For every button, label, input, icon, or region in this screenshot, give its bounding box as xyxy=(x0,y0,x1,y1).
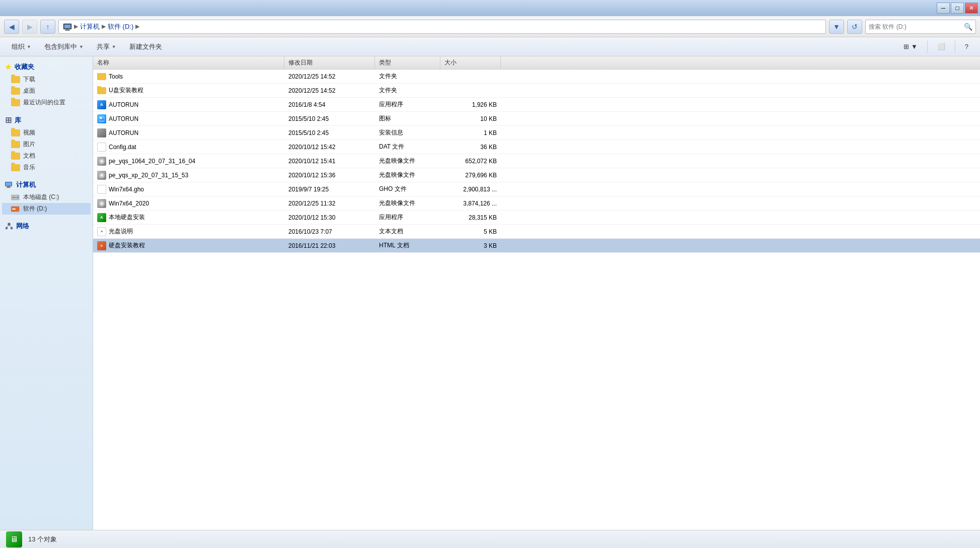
file-row[interactable]: U盘安装教程 2020/12/25 14:52 文件夹 xyxy=(93,84,980,98)
svg-point-14 xyxy=(8,223,11,226)
file-row[interactable]: pe_yqs_1064_20_07_31_16_04 2020/10/12 15… xyxy=(93,154,980,168)
svg-rect-3 xyxy=(65,30,70,31)
file-name-cell: Win7x64_2020 xyxy=(93,199,284,208)
forward-button[interactable]: ▶ xyxy=(22,20,37,34)
svg-point-26 xyxy=(101,202,103,204)
breadcrumb-drive[interactable]: 软件 (D:) xyxy=(108,22,133,31)
help-button[interactable]: ? xyxy=(959,40,974,54)
folder-icon xyxy=(11,88,20,95)
file-type-cell: 图标 xyxy=(375,114,440,123)
svg-point-15 xyxy=(6,227,8,229)
svg-rect-1 xyxy=(64,25,70,28)
share-button[interactable]: 共享 ▼ xyxy=(91,40,122,54)
sidebar-favorites-title[interactable]: ★ 收藏夹 xyxy=(2,60,91,74)
file-name-cell: AUTORUN xyxy=(93,114,284,123)
folder-icon xyxy=(11,164,20,171)
file-size-cell: 1 KB xyxy=(440,129,501,136)
file-row[interactable]: ≡ 光盘说明 2016/10/23 7:07 文本文档 5 KB xyxy=(93,225,980,239)
file-type-cell: 应用程序 xyxy=(375,213,440,222)
view-button[interactable]: ⊞ ▼ xyxy=(898,40,923,54)
file-date-cell: 2015/5/10 2:45 xyxy=(284,129,375,136)
sidebar-network-title[interactable]: 网络 xyxy=(2,220,91,233)
col-header-name[interactable]: 名称 xyxy=(93,56,284,69)
file-row[interactable]: Win7x64.gho 2019/9/7 19:25 GHO 文件 2,900,… xyxy=(93,182,980,196)
sidebar: ★ 收藏夹 下载 桌面 最近访问的位置 ⊞ 库 xyxy=(0,56,93,530)
sidebar-computer-title[interactable]: 计算机 xyxy=(2,178,91,191)
sidebar-item-documents[interactable]: 文档 xyxy=(2,150,91,162)
sidebar-item-desktop[interactable]: 桌面 xyxy=(2,85,91,97)
file-type-cell: 应用程序 xyxy=(375,100,440,109)
sidebar-item-pictures[interactable]: 图片 xyxy=(2,139,91,150)
file-row[interactable]: A AUTORUN 2016/1/8 4:54 应用程序 1,926 KB xyxy=(93,98,980,112)
file-row[interactable]: Tools 2020/12/25 14:52 文件夹 xyxy=(93,70,980,84)
sidebar-section-computer: 计算机 本地磁盘 (C:) 软件 (D:) xyxy=(2,178,91,215)
file-row[interactable]: A 本地硬盘安装 2020/10/12 15:30 应用程序 28,315 KB xyxy=(93,211,980,225)
sidebar-item-c-drive[interactable]: 本地磁盘 (C:) xyxy=(2,191,91,203)
toolbar: 组织 ▼ 包含到库中 ▼ 共享 ▼ 新建文件夹 ⊞ ▼ ⬜ ? xyxy=(0,37,980,56)
svg-line-18 xyxy=(9,225,12,227)
file-name-cell: A AUTORUN xyxy=(93,100,284,109)
dropdown-button[interactable]: ▼ xyxy=(829,20,844,34)
file-name-cell: AUTORUN xyxy=(93,128,284,138)
file-date-cell: 2016/1/8 4:54 xyxy=(284,101,375,108)
include-library-button[interactable]: 包含到库中 ▼ xyxy=(39,40,89,54)
search-icon[interactable]: 🔍 xyxy=(964,23,972,31)
sidebar-section-library: ⊞ 库 视频 图片 文档 音乐 xyxy=(2,113,91,173)
refresh-button[interactable]: ↺ xyxy=(847,20,862,34)
sidebar-item-video[interactable]: 视频 xyxy=(2,127,91,139)
col-header-type[interactable]: 类型 xyxy=(375,56,440,69)
organize-button[interactable]: 组织 ▼ xyxy=(6,40,37,54)
file-row[interactable]: AUTORUN 2015/5/10 2:45 图标 10 KB xyxy=(93,112,980,126)
file-row[interactable]: AUTORUN 2015/5/10 2:45 安装信息 1 KB xyxy=(93,126,980,140)
search-input[interactable] xyxy=(869,23,964,30)
file-row[interactable]: e 硬盘安装教程 2016/11/21 22:03 HTML 文档 3 KB xyxy=(93,239,980,253)
file-name-cell: Config.dat xyxy=(93,143,284,152)
file-date-cell: 2020/10/12 15:36 xyxy=(284,172,375,179)
iso-icon xyxy=(97,199,106,208)
file-size-cell: 3 KB xyxy=(440,242,501,249)
file-rows-container: Tools 2020/12/25 14:52 文件夹 U盘安装教程 2020/1… xyxy=(93,70,980,253)
col-header-date[interactable]: 修改日期 xyxy=(284,56,375,69)
file-type-cell: HTML 文档 xyxy=(375,241,440,250)
folder-icon xyxy=(97,73,106,80)
status-bar: 🖥 13 个对象 xyxy=(0,530,980,548)
toolbar-sep xyxy=(927,41,928,53)
main-container: ★ 收藏夹 下载 桌面 最近访问的位置 ⊞ 库 xyxy=(0,56,980,530)
file-row[interactable]: Win7x64_2020 2020/12/25 11:32 光盘映像文件 3,8… xyxy=(93,196,980,211)
sidebar-item-recent[interactable]: 最近访问的位置 xyxy=(2,97,91,108)
network-icon xyxy=(5,222,13,230)
close-button[interactable]: ✕ xyxy=(965,3,978,14)
file-type-cell: 文件夹 xyxy=(375,86,440,95)
file-type-cell: 光盘映像文件 xyxy=(375,171,440,179)
svg-point-20 xyxy=(100,117,102,119)
library-icon: ⊞ xyxy=(5,115,12,125)
file-row[interactable]: pe_yqs_xp_20_07_31_15_53 2020/10/12 15:3… xyxy=(93,168,980,182)
new-folder-button[interactable]: 新建文件夹 xyxy=(124,40,168,54)
up-button[interactable]: ↑ xyxy=(40,20,55,34)
svg-rect-13 xyxy=(12,209,16,210)
folder-icon xyxy=(11,141,20,148)
sidebar-item-downloads[interactable]: 下载 xyxy=(2,74,91,85)
computer-icon xyxy=(63,22,72,31)
col-header-size[interactable]: 大小 xyxy=(440,56,501,69)
app-icon: 🖥 xyxy=(6,531,22,547)
preview-button[interactable]: ⬜ xyxy=(932,40,951,54)
file-type-cell: 安装信息 xyxy=(375,128,440,137)
breadcrumb-computer[interactable]: 计算机 xyxy=(80,22,100,31)
sidebar-library-title[interactable]: ⊞ 库 xyxy=(2,113,91,127)
info-icon xyxy=(97,128,106,138)
sidebar-item-music[interactable]: 音乐 xyxy=(2,162,91,173)
maximize-button[interactable]: □ xyxy=(951,3,964,14)
drive-icon xyxy=(11,193,20,201)
toolbar-right: ⊞ ▼ ⬜ ? xyxy=(898,40,974,54)
back-button[interactable]: ◀ xyxy=(4,20,19,34)
file-name-cell: A 本地硬盘安装 xyxy=(93,213,284,222)
svg-rect-6 xyxy=(7,186,10,187)
minimize-button[interactable]: ─ xyxy=(937,3,950,14)
sidebar-item-d-drive[interactable]: 软件 (D:) xyxy=(2,203,91,215)
file-row[interactable]: Config.dat 2020/10/12 15:42 DAT 文件 36 KB xyxy=(93,140,980,154)
img-icon xyxy=(97,114,106,123)
search-box: 🔍 xyxy=(865,20,976,34)
svg-rect-7 xyxy=(7,187,11,188)
svg-point-24 xyxy=(101,174,103,176)
